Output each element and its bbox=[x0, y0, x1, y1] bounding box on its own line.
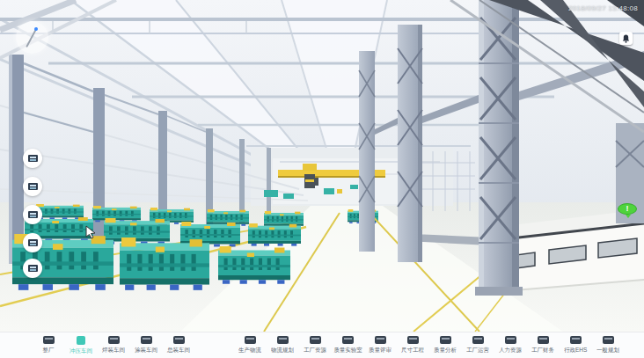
tab-quality-analysis[interactable]: 质量分析 bbox=[430, 336, 460, 354]
stamping-shop-icon bbox=[77, 336, 85, 345]
hud-panel-button-1[interactable] bbox=[23, 149, 42, 168]
hud-panel-button-5[interactable] bbox=[23, 259, 42, 278]
tab-label: 工厂资源 bbox=[304, 346, 326, 354]
production-logistics-icon bbox=[245, 336, 256, 344]
digital-twin-factory-app: 2018/09/27 15:48:08 ! 整厂 冲压车间 bbox=[0, 0, 644, 358]
tab-production-logistics[interactable]: 生产物流 bbox=[235, 336, 265, 354]
dimensional-engineering-icon bbox=[407, 336, 419, 344]
data-panel-icon bbox=[28, 265, 38, 272]
tab-factory-finance[interactable]: 工厂财务 bbox=[528, 336, 558, 354]
tab-label: 冲压车间 bbox=[70, 347, 92, 354]
data-panel-icon bbox=[28, 183, 38, 190]
data-panel-icon bbox=[28, 239, 38, 246]
compass-widget[interactable] bbox=[16, 21, 48, 54]
factory-3d-viewport[interactable] bbox=[0, 0, 644, 332]
human-resources-icon bbox=[505, 336, 516, 344]
admin-ehs-icon bbox=[570, 336, 582, 344]
tab-label: 尺寸工程 bbox=[401, 346, 424, 354]
tab-admin-ehs[interactable]: 行政EHS bbox=[560, 336, 590, 354]
tab-quality-lab[interactable]: 质量实验室 bbox=[333, 336, 362, 354]
alert-marker[interactable]: ! bbox=[618, 203, 637, 215]
logistics-planning-icon bbox=[277, 336, 289, 344]
tab-label: 物流规划 bbox=[271, 346, 294, 354]
tab-label: 工厂财务 bbox=[531, 346, 554, 354]
hud-panel-button-4[interactable] bbox=[23, 233, 42, 252]
tab-label: 工厂运营 bbox=[466, 346, 489, 354]
tab-label: 人力资源 bbox=[499, 346, 522, 354]
factory-scene bbox=[0, 0, 644, 332]
welding-shop-icon bbox=[108, 336, 120, 344]
tab-label: 生产物流 bbox=[238, 346, 261, 354]
factory-finance-icon bbox=[538, 336, 549, 344]
notification-button[interactable] bbox=[619, 32, 633, 45]
tab-welding-shop[interactable]: 焊装车间 bbox=[99, 336, 128, 354]
tab-general-planning[interactable]: 一般规划 bbox=[593, 336, 623, 354]
quality-analysis-icon bbox=[440, 336, 451, 344]
tab-assembly-shop[interactable]: 总装车间 bbox=[164, 336, 194, 354]
tab-paint-shop[interactable]: 涂装车间 bbox=[131, 336, 161, 354]
hud-panel-button-2[interactable] bbox=[23, 177, 42, 196]
tab-factory[interactable]: 整厂 bbox=[33, 336, 63, 354]
factory-resources-icon bbox=[310, 336, 321, 344]
factory-operations-icon bbox=[472, 336, 484, 344]
tab-label: 质量分析 bbox=[434, 346, 457, 354]
hud-panel-button-3[interactable] bbox=[23, 205, 42, 224]
paint-shop-icon bbox=[141, 336, 152, 344]
tab-label: 质量评审 bbox=[369, 346, 392, 354]
tab-dimensional-engineering[interactable]: 尺寸工程 bbox=[398, 336, 428, 354]
tab-stamping-shop[interactable]: 冲压车间 bbox=[66, 336, 96, 355]
tab-quality-review[interactable]: 质量评审 bbox=[365, 336, 395, 354]
assembly-shop-icon bbox=[173, 336, 185, 344]
bell-icon bbox=[622, 34, 630, 43]
tab-label: 涂装车间 bbox=[135, 346, 157, 354]
quality-review-icon bbox=[375, 336, 386, 344]
factory-icon bbox=[43, 336, 55, 344]
tab-factory-resources[interactable]: 工厂资源 bbox=[300, 336, 330, 354]
tab-logistics-planning[interactable]: 物流规划 bbox=[267, 336, 297, 354]
tab-label: 行政EHS bbox=[564, 346, 587, 354]
data-panel-icon bbox=[28, 211, 38, 218]
tab-label: 总装车间 bbox=[167, 346, 190, 354]
tab-human-resources[interactable]: 人力资源 bbox=[495, 336, 525, 354]
quality-lab-icon bbox=[342, 336, 354, 344]
tab-label: 焊装车间 bbox=[102, 346, 125, 354]
compass-north-dot-icon bbox=[34, 27, 38, 31]
tab-label: 一般规划 bbox=[596, 346, 619, 354]
clock-display: 2018/09/27 15:48:08 bbox=[568, 4, 638, 12]
tab-label: 质量实验室 bbox=[333, 346, 362, 354]
tab-label: 整厂 bbox=[43, 346, 55, 354]
general-planning-icon bbox=[603, 336, 614, 344]
data-panel-icon bbox=[28, 155, 38, 162]
bottom-toolbar: 整厂 冲压车间 焊装车间 涂装车间 总装车间 生产物流 物流规划 工厂资源 bbox=[0, 332, 644, 358]
tab-factory-operations[interactable]: 工厂运营 bbox=[463, 336, 493, 354]
